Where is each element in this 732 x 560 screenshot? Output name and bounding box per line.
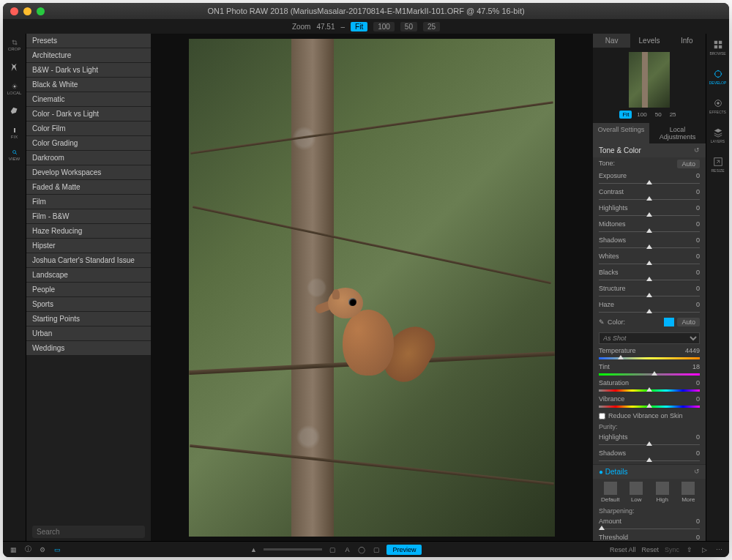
auto-tone-button[interactable]: Auto [677, 160, 700, 168]
subtab-local[interactable]: Local Adjustments [649, 123, 706, 143]
local-tool[interactable]: LOCAL [9, 83, 20, 95]
eyedropper-icon[interactable]: ✎ [599, 318, 605, 326]
search-input[interactable] [32, 526, 145, 538]
tint-slider[interactable] [599, 372, 700, 376]
tone-color-header[interactable]: Tone & Color ↺ [593, 143, 706, 157]
share-icon[interactable]: ▷ [700, 545, 709, 554]
circle-icon[interactable]: ◯ [357, 545, 366, 554]
highlights-slider[interactable] [599, 442, 700, 447]
structure-slider[interactable] [599, 294, 700, 298]
preset-item[interactable]: Joshua Carter's Standard Issue [26, 253, 151, 267]
triangle-up-icon[interactable]: ▲ [249, 545, 258, 554]
thzoom-25[interactable]: 25 [667, 111, 679, 119]
preset-item[interactable]: Film - B&W [26, 209, 151, 223]
minimize-icon[interactable] [23, 7, 31, 15]
preset-item[interactable]: Architecture [26, 48, 151, 62]
develop-module[interactable]: DEVELOP [711, 69, 725, 89]
preset-item[interactable]: Color Grading [26, 136, 151, 150]
haze-slider[interactable] [599, 310, 700, 314]
preset-item[interactable]: Hipster [26, 239, 151, 253]
resize-module[interactable]: RESIZE [711, 157, 725, 177]
preset-item[interactable]: Develop Workspaces [26, 165, 151, 179]
whites-slider[interactable] [599, 261, 700, 266]
amount-slider[interactable] [599, 526, 700, 531]
zoom-50-button[interactable]: 50 [400, 22, 417, 31]
thzoom-50[interactable]: 50 [652, 111, 665, 119]
preset-item[interactable]: B&W - Dark vs Light [26, 63, 151, 77]
crop-tool[interactable]: CROP [9, 40, 20, 51]
view-tool[interactable]: VIEW [9, 149, 20, 161]
contrast-slider[interactable] [599, 197, 700, 201]
compare-icon[interactable]: ▭ [53, 545, 61, 554]
saturation-slider[interactable] [599, 388, 700, 392]
opacity-slider[interactable] [264, 548, 322, 550]
preset-item[interactable]: Color Film [26, 122, 151, 135]
reset-button[interactable]: Reset [641, 546, 659, 553]
layers-module[interactable]: LAYERS [711, 127, 725, 148]
detail-high-button[interactable]: High [651, 482, 674, 503]
preset-item[interactable]: Faded & Matte [26, 180, 151, 194]
more-icon[interactable]: ⋯ [714, 545, 723, 554]
white-balance-select[interactable]: As Shot [599, 332, 700, 344]
highlights-slider[interactable] [599, 213, 700, 217]
exposure-slider[interactable] [599, 181, 700, 185]
detail-low-button[interactable]: Low [625, 482, 649, 503]
canvas-area[interactable] [151, 34, 593, 541]
thzoom-fit[interactable]: Fit [619, 111, 632, 119]
heal-tool[interactable] [9, 105, 20, 117]
preset-item[interactable]: Urban [26, 326, 151, 340]
preset-item[interactable]: Starting Points [26, 312, 151, 326]
panel-scroll[interactable]: Tone & Color ↺ Tone: Auto Exposure0Contr… [593, 143, 706, 541]
preset-item[interactable]: Haze Reducing [26, 224, 151, 238]
gear-icon[interactable]: ⚙ [38, 545, 47, 554]
adjust-tool[interactable] [9, 61, 20, 73]
temperature-slider[interactable] [599, 356, 700, 360]
tab-info[interactable]: Info [668, 34, 706, 48]
presets-header[interactable]: Presets [26, 34, 151, 48]
preset-item[interactable]: Sports [26, 297, 151, 311]
preset-item[interactable]: Film [26, 195, 151, 209]
fix-tool[interactable]: FIX [9, 127, 20, 139]
tab-levels[interactable]: Levels [630, 34, 668, 48]
close-icon[interactable] [10, 7, 18, 15]
preset-item[interactable]: Black & White [26, 78, 151, 92]
vibrance-slider[interactable] [599, 404, 700, 408]
detail-more-button[interactable]: More [677, 482, 701, 503]
preset-item[interactable]: Weddings [26, 341, 151, 355]
blacks-slider[interactable] [599, 277, 700, 282]
zoom-100-button[interactable]: 100 [373, 22, 395, 31]
preset-item[interactable]: Cinematic [26, 92, 151, 106]
thumb-image[interactable] [629, 52, 670, 108]
info-icon[interactable]: ⓘ [23, 545, 32, 554]
detail-default-button[interactable]: Default [599, 482, 622, 503]
text-icon[interactable]: A [343, 545, 351, 554]
sync-button[interactable]: Sync [665, 546, 679, 553]
color-swatch[interactable] [664, 318, 674, 326]
details-header[interactable]: ● Details ↺ [593, 465, 706, 479]
zoom-fit-button[interactable]: Fit [351, 22, 367, 31]
auto-color-button[interactable]: Auto [677, 318, 700, 326]
effects-module[interactable]: EFFECTS [711, 98, 725, 119]
reset-all-button[interactable]: Reset All [610, 546, 636, 553]
export-icon[interactable]: ⇧ [685, 545, 694, 554]
tab-nav[interactable]: Nav [593, 34, 630, 48]
preset-item[interactable]: Darkroom [26, 151, 151, 165]
thzoom-100[interactable]: 100 [634, 111, 649, 119]
zoom-25-button[interactable]: 25 [423, 22, 440, 31]
maximize-icon[interactable] [37, 7, 45, 15]
preview-button[interactable]: Preview [386, 545, 422, 555]
reduce-skin-checkbox[interactable] [599, 413, 605, 419]
reset-icon[interactable]: ↺ [694, 146, 700, 154]
preset-item[interactable]: Landscape [26, 268, 151, 282]
grid-view-icon[interactable]: ▦ [9, 545, 18, 554]
reset-icon[interactable]: ↺ [694, 468, 700, 476]
midtones-slider[interactable] [599, 229, 700, 234]
mask-icon[interactable]: ▢ [328, 545, 337, 554]
subtab-overall[interactable]: Overall Settings [593, 123, 649, 143]
browse-module[interactable]: BROWSE [711, 40, 725, 60]
shadows-slider[interactable] [599, 458, 700, 463]
shadows-slider[interactable] [599, 245, 700, 250]
preset-item[interactable]: People [26, 283, 151, 296]
preset-item[interactable]: Color - Dark vs Light [26, 107, 151, 121]
square-icon[interactable]: ▢ [372, 545, 381, 554]
